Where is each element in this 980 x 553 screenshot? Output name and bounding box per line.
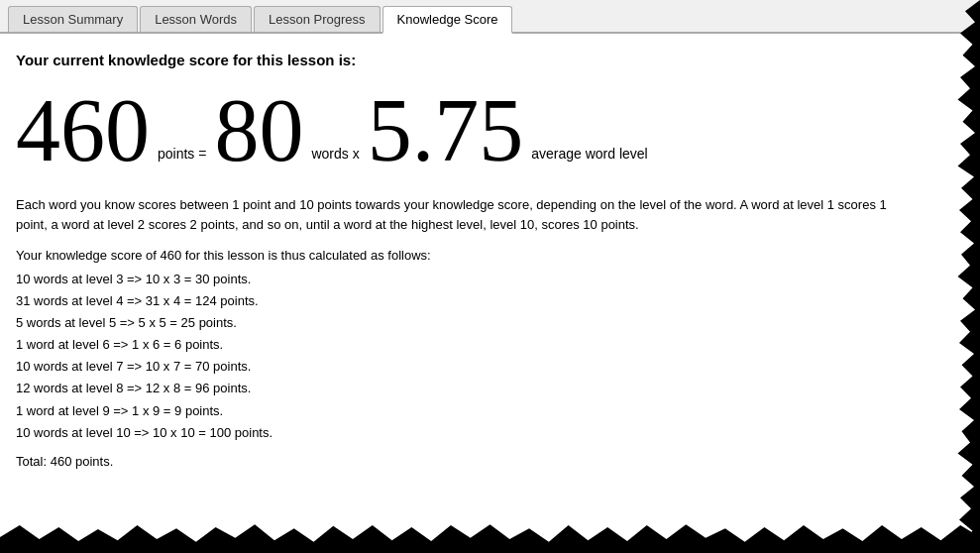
score-words-label: words x	[311, 146, 359, 175]
breakdown-item-5: 12 words at level 8 => 12 x 8 = 96 point…	[16, 378, 916, 399]
tab-lesson-words[interactable]: Lesson Words	[140, 6, 252, 32]
breakdown-item-1: 31 words at level 4 => 31 x 4 = 124 poin…	[16, 290, 916, 312]
tab-lesson-summary[interactable]: Lesson Summary	[8, 6, 138, 32]
breakdown-item-3: 1 word at level 6 => 1 x 6 = 6 points.	[16, 334, 916, 356]
score-words-value: 80	[214, 86, 303, 175]
breakdown-item-6: 1 word at level 9 => 1 x 9 = 9 points.	[16, 400, 916, 422]
score-main-value: 460	[16, 86, 150, 175]
breakdown-list: 10 words at level 3 => 10 x 3 = 30 point…	[16, 269, 916, 444]
tab-lesson-progress[interactable]: Lesson Progress	[254, 6, 381, 32]
breakdown-item-7: 10 words at level 10 => 10 x 10 = 100 po…	[16, 422, 916, 444]
score-avg-label: average word level	[531, 146, 648, 175]
total-line: Total: 460 points.	[16, 454, 916, 469]
breakdown-item-4: 10 words at level 7 => 10 x 7 = 70 point…	[16, 356, 916, 378]
main-wrapper: Lesson Summary Lesson Words Lesson Progr…	[0, 0, 980, 553]
content-subtitle: Your current knowledge score for this le…	[16, 52, 916, 68]
score-display: 460 points = 80 words x 5.75 average wor…	[16, 86, 916, 175]
tab-content-knowledge-score: Your current knowledge score for this le…	[0, 34, 931, 485]
breakdown-item-0: 10 words at level 3 => 10 x 3 = 30 point…	[16, 269, 916, 290]
jagged-right-edge	[930, 0, 980, 553]
breakdown-item-2: 5 words at level 5 => 5 x 5 = 25 points.	[16, 312, 916, 334]
jagged-bottom-edge	[0, 513, 980, 553]
score-description: Each word you know scores between 1 poin…	[16, 195, 916, 234]
breakdown-title: Your knowledge score of 460 for this les…	[16, 248, 916, 263]
score-points-label: points =	[158, 146, 206, 175]
tab-bar: Lesson Summary Lesson Words Lesson Progr…	[0, 0, 980, 34]
score-avg-value: 5.75	[368, 86, 524, 175]
tab-knowledge-score[interactable]: Knowledge Score	[382, 6, 513, 34]
